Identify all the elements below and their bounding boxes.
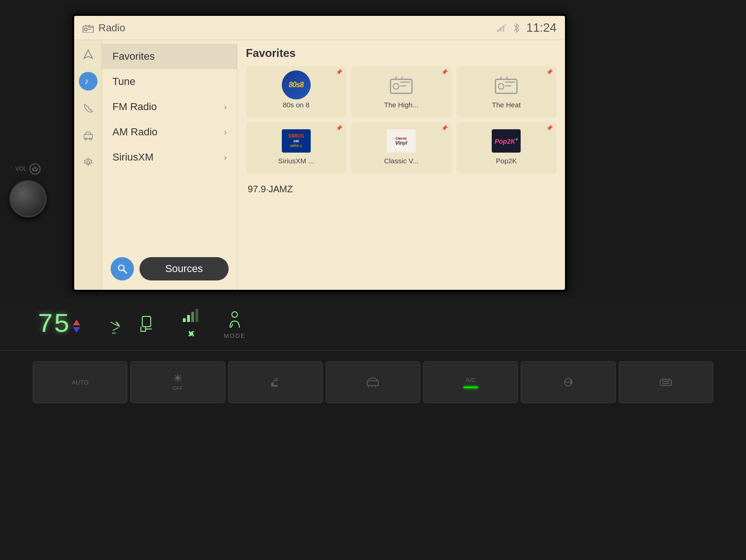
pin-icon-sirius: 📌 bbox=[336, 125, 342, 131]
sidebar-icon-car[interactable] bbox=[79, 126, 98, 145]
favorite-card-thehigh[interactable]: 📌 The High... bbox=[351, 66, 451, 118]
defrost-button[interactable] bbox=[326, 361, 420, 403]
seat-heat-button[interactable] bbox=[228, 361, 323, 403]
svg-point-1 bbox=[84, 28, 87, 31]
volume-knob[interactable] bbox=[9, 180, 47, 217]
svg-rect-56 bbox=[660, 380, 671, 385]
top-bar-right: 11:24 bbox=[496, 21, 557, 35]
logo-sirius: SIRIUS XM HITS 1 bbox=[280, 127, 313, 155]
sidebar-icon-navigation[interactable] bbox=[79, 45, 98, 63]
sidebar-icon-settings[interactable] bbox=[79, 153, 98, 172]
nav-item-siriusxm[interactable]: SiriusXM › bbox=[102, 145, 237, 170]
infotainment-screen: Radio 11:24 bbox=[74, 16, 565, 290]
nav-item-am[interactable]: AM Radio › bbox=[102, 119, 237, 145]
rear-defrost-button[interactable] bbox=[619, 361, 713, 403]
nav-item-favorites[interactable]: Favorites bbox=[102, 44, 237, 69]
svg-point-19 bbox=[393, 84, 399, 89]
nav-item-fm[interactable]: FM Radio › bbox=[102, 94, 237, 119]
nav-bottom-controls: Sources bbox=[102, 252, 237, 286]
bluetooth-icon bbox=[513, 23, 520, 33]
fav-label-vinyl: Classic V... bbox=[384, 157, 418, 165]
sidebar-icons: ♪ bbox=[74, 40, 102, 290]
am-chevron-icon: › bbox=[224, 127, 227, 137]
fav-label-heat: The Heat bbox=[492, 101, 521, 109]
person-icon bbox=[225, 310, 244, 329]
pin-icon-pop2k: 📌 bbox=[546, 125, 553, 131]
pin-icon-high: 📌 bbox=[441, 69, 448, 75]
svg-rect-7 bbox=[497, 29, 499, 32]
time-display: 11:24 bbox=[526, 21, 557, 35]
volume-knob-area: VOL bbox=[9, 163, 47, 217]
favorite-card-sirius[interactable]: 📌 SIRIUS XM HITS 1 SiriusXM ... bbox=[246, 122, 346, 174]
auto-button[interactable]: AUTO bbox=[33, 361, 127, 403]
logo-80s-on-8: 80s8 bbox=[280, 71, 313, 99]
ac-button[interactable]: A/C bbox=[423, 361, 518, 403]
bottom-button-row: AUTO OFF bbox=[0, 355, 746, 410]
top-bar: Radio 11:24 bbox=[74, 16, 565, 40]
logo-theheat bbox=[490, 71, 523, 99]
fan-display: air bbox=[108, 313, 159, 336]
temp-display-area: 75 bbox=[37, 309, 80, 340]
svg-rect-31 bbox=[142, 316, 151, 327]
svg-rect-33 bbox=[183, 318, 186, 322]
favorite-card-vinyl[interactable]: 📌 Classic Vinyl Classic V... bbox=[351, 122, 451, 174]
nav-menu: Favorites Tune FM Radio › AM Radio › Sir… bbox=[102, 40, 237, 290]
temp-arrows bbox=[73, 320, 80, 333]
snowflake-icon bbox=[173, 373, 182, 383]
sidebar-icon-music[interactable]: ♪ bbox=[79, 72, 98, 91]
radio-icon bbox=[83, 23, 94, 33]
fm-chevron-icon: › bbox=[224, 102, 227, 112]
rear-defrost-icon bbox=[659, 377, 672, 387]
svg-rect-36 bbox=[195, 309, 198, 322]
favorite-card-pop2k[interactable]: 📌 Pop2K+ Pop2K bbox=[456, 122, 557, 174]
favorites-panel: Favorites 📌 80s8 80s on 8 📌 bbox=[237, 40, 565, 290]
pin-icon-vinyl: 📌 bbox=[441, 125, 448, 131]
siriusxm-chevron-icon: › bbox=[224, 153, 227, 162]
seat-icon bbox=[135, 313, 159, 336]
fan-dir-icon bbox=[562, 377, 575, 387]
dashboard-lower: 75 air bbox=[0, 299, 746, 560]
sources-button[interactable]: Sources bbox=[139, 257, 229, 280]
power-button[interactable] bbox=[29, 163, 41, 175]
favorite-card-theheat[interactable]: 📌 The Heat bbox=[456, 66, 557, 118]
svg-text:air: air bbox=[112, 331, 116, 335]
auto-label: AUTO bbox=[72, 379, 89, 386]
ac-off-button[interactable]: OFF bbox=[130, 361, 225, 403]
screen-title: Radio bbox=[98, 22, 125, 34]
ac-off-label: OFF bbox=[173, 385, 183, 391]
fan-level-icon bbox=[182, 308, 201, 323]
sidebar-icon-phone[interactable] bbox=[79, 99, 98, 118]
svg-point-25 bbox=[498, 84, 504, 89]
screen-bezel: Radio 11:24 bbox=[72, 14, 567, 292]
svg-line-17 bbox=[124, 270, 127, 273]
svg-point-38 bbox=[232, 312, 237, 317]
fan-direction-button[interactable] bbox=[521, 361, 615, 403]
favorites-grid: 📌 80s8 80s on 8 📌 bbox=[246, 66, 557, 174]
nav-item-tune[interactable]: Tune bbox=[102, 69, 237, 94]
airflow-icon: air bbox=[108, 313, 132, 336]
pin-icon-heat: 📌 bbox=[546, 69, 553, 75]
main-content: ♪ bbox=[74, 40, 565, 290]
temp-down-arrow[interactable] bbox=[73, 327, 80, 333]
svg-marker-10 bbox=[84, 50, 92, 58]
defrost-icon bbox=[366, 377, 379, 387]
logo-vinyl: Classic Vinyl bbox=[385, 127, 418, 155]
svg-line-39 bbox=[231, 324, 233, 328]
temp-up-arrow[interactable] bbox=[73, 320, 80, 325]
svg-rect-50 bbox=[367, 381, 378, 385]
favorites-title: Favorites bbox=[246, 47, 557, 60]
fan-control bbox=[182, 308, 201, 341]
temperature-value: 75 bbox=[37, 309, 70, 340]
svg-point-14 bbox=[90, 138, 91, 140]
fav-label-pop2k: Pop2K bbox=[496, 157, 517, 165]
fav-label-80s: 80s on 8 bbox=[283, 101, 310, 109]
svg-point-15 bbox=[87, 161, 90, 164]
ac-label: A/C bbox=[466, 377, 476, 384]
svg-rect-9 bbox=[502, 26, 504, 32]
svg-rect-35 bbox=[191, 312, 194, 322]
vol-label: VOL bbox=[15, 166, 27, 172]
search-button[interactable] bbox=[111, 257, 134, 280]
mode-label: MODE bbox=[224, 332, 246, 339]
favorite-card-80s[interactable]: 📌 80s8 80s on 8 bbox=[246, 66, 346, 118]
no-signal-icon bbox=[496, 24, 507, 32]
